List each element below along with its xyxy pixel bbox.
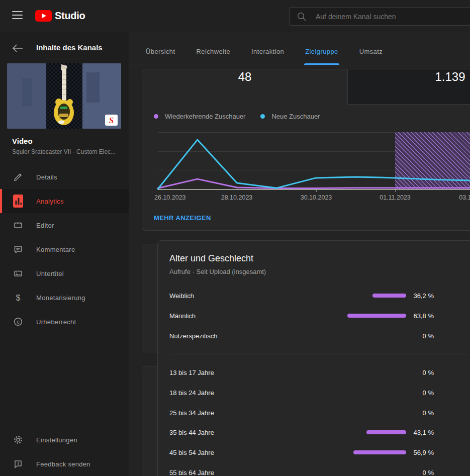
legend-label: Wiederkehrende Zuschauer	[165, 113, 245, 120]
youtube-play-icon	[35, 10, 52, 22]
percent-bar	[372, 294, 406, 298]
back-arrow-icon[interactable]	[11, 42, 24, 54]
row-value: 0 %	[423, 369, 434, 376]
axis-tick	[237, 190, 237, 192]
hamburger-menu-icon[interactable]	[12, 11, 23, 21]
percent-bar	[366, 430, 406, 434]
pencil-icon	[13, 172, 23, 182]
x-tick-label: 01.11.2023	[380, 194, 411, 201]
percent-bar	[347, 314, 406, 318]
bar-chart-icon	[13, 196, 23, 206]
sidebar-title: Inhalte des Kanals	[36, 43, 103, 52]
metric-tab-returning-viewers[interactable]: 48	[142, 69, 347, 105]
sidebar-item-details[interactable]: Details	[0, 165, 129, 189]
x-tick-label: 26.10.2023	[154, 194, 186, 201]
youtube-studio-app: Studio Inhalte des Kanals	[0, 0, 470, 476]
row-label: 18 bis 24 Jahre	[169, 389, 214, 397]
chart-lines	[142, 129, 470, 204]
line-wiederkehrende-zuschauer	[158, 179, 470, 188]
sidebar-item-settings[interactable]: Einstellungen	[0, 428, 129, 452]
sidebar-item-editor[interactable]: Editor	[0, 213, 129, 237]
sidebar-item-label: Editor	[36, 222, 54, 229]
sidebar-item-copyright[interactable]: c Urheberrecht	[0, 310, 129, 334]
age-row: 25 bis 34 Jahre 0 %	[158, 403, 470, 423]
logo-text: Studio	[55, 10, 85, 22]
tab-reichweite[interactable]: Reichweite	[197, 48, 231, 65]
axis-tick	[316, 190, 317, 192]
tab-interaktion[interactable]: Interaktion	[251, 48, 284, 65]
analytics-main: Übersicht Reichweite Interaktion Zielgru…	[129, 32, 470, 476]
sidebar-header: Inhalte des Kanals	[0, 41, 129, 55]
legend-dot-cyan	[260, 114, 265, 119]
legend-item-returning-viewers[interactable]: Wiederkehrende Zuschauer	[154, 113, 245, 120]
svg-text:!: !	[17, 460, 19, 466]
feedback-icon: !	[13, 459, 23, 469]
row-value: 36,2 %	[414, 292, 434, 300]
gender-row: Weiblich 36,2 %	[158, 285, 470, 306]
legend-dot-purple	[154, 114, 158, 119]
sidebar-item-comments[interactable]: Kommentare	[0, 237, 129, 261]
age-gender-card: Alter und Geschlecht Aufrufe · Seit Uplo…	[157, 240, 470, 476]
axis-tick	[395, 190, 396, 192]
channel-search-box[interactable]	[289, 7, 470, 26]
row-label: 25 bis 34 Jahre	[169, 409, 214, 417]
row-label: 45 bis 54 Jahre	[169, 449, 214, 456]
svg-text:c: c	[17, 319, 19, 325]
age-row: 35 bis 44 Jahre 43,1 %	[158, 422, 470, 442]
row-value: 0 %	[423, 389, 434, 397]
sidebar-item-feedback[interactable]: ! Feedback senden	[0, 452, 129, 476]
x-axis-line	[158, 189, 470, 190]
tab-uebersicht[interactable]: Übersicht	[146, 48, 175, 65]
x-tick-label: 03.11.2023	[459, 194, 470, 201]
row-value: 63,8 %	[414, 312, 434, 320]
dollar-icon: $	[13, 293, 23, 303]
sidebar-footer-nav: Einstellungen ! Feedback senden	[0, 428, 129, 476]
line-neue-zuschauer	[158, 140, 470, 189]
tab-umsatz[interactable]: Umsatz	[359, 48, 383, 65]
legend-label: Neue Zuschauer	[271, 113, 320, 120]
age-row: 18 bis 24 Jahre 0 %	[158, 383, 470, 403]
row-label: Weiblich	[169, 292, 194, 300]
age-row: 55 bis 64 Jahre 0 %	[158, 462, 470, 476]
row-label: 55 bis 64 Jahre	[169, 469, 214, 476]
row-value: 0 %	[423, 332, 434, 340]
sidebar-item-label: Monetarisierung	[36, 294, 85, 302]
youtube-studio-logo[interactable]: Studio	[35, 10, 85, 22]
video-thumbnail[interactable]: S	[7, 63, 121, 129]
row-label: Nutzerspezifisch	[169, 332, 217, 340]
sidebar-item-label: Feedback senden	[36, 460, 90, 468]
svg-text:$: $	[16, 294, 21, 302]
sidebar-item-label: Analytics	[36, 198, 64, 205]
metric-value: 48	[238, 70, 252, 105]
sidebar-item-analytics[interactable]: Analytics	[0, 189, 129, 213]
s-logo-badge: S	[105, 115, 118, 126]
age-row: 45 bis 54 Jahre 56,9 %	[158, 442, 470, 462]
row-label: 35 bis 44 Jahre	[169, 429, 214, 436]
search-input[interactable]	[316, 13, 470, 21]
sidebar: Inhalte des Kanals	[0, 32, 129, 476]
sidebar-item-label: Urheberrecht	[36, 318, 76, 326]
copyright-icon: c	[13, 317, 23, 327]
sidebar-item-label: Kommentare	[36, 246, 75, 253]
gear-icon	[13, 435, 23, 445]
show-more-link[interactable]: MEHR ANZEIGEN	[154, 214, 211, 222]
row-value: 43,1 %	[414, 429, 434, 436]
card-title: Alter und Geschlecht	[169, 253, 253, 264]
film-strip-icon	[13, 220, 23, 230]
audience-chart-card: 48 1.139 Wiederkehrende Zuschauer Neue Z…	[142, 69, 470, 231]
legend-item-new-viewers[interactable]: Neue Zuschauer	[260, 113, 320, 120]
chart-legend: Wiederkehrende Zuschauer Neue Zuschauer	[154, 113, 320, 120]
row-value: 0 %	[423, 409, 434, 417]
svg-text:S: S	[109, 116, 114, 125]
percent-bar	[353, 450, 406, 454]
analytics-tabbar: Übersicht Reichweite Interaktion Zielgru…	[129, 32, 470, 65]
metric-tab-new-viewers[interactable]: 1.139	[347, 69, 470, 105]
row-value: 56,9 %	[414, 449, 434, 456]
topbar: Studio	[0, 0, 470, 32]
metric-value: 1.139	[435, 70, 465, 104]
x-tick-label: 30.10.2023	[301, 194, 332, 201]
sidebar-item-monetization[interactable]: $ Monetarisierung	[0, 285, 129, 310]
sidebar-item-label: Details	[36, 173, 57, 181]
tab-zielgruppe[interactable]: Zielgruppe	[305, 48, 338, 65]
sidebar-item-subtitles[interactable]: Untertitel	[0, 261, 129, 285]
